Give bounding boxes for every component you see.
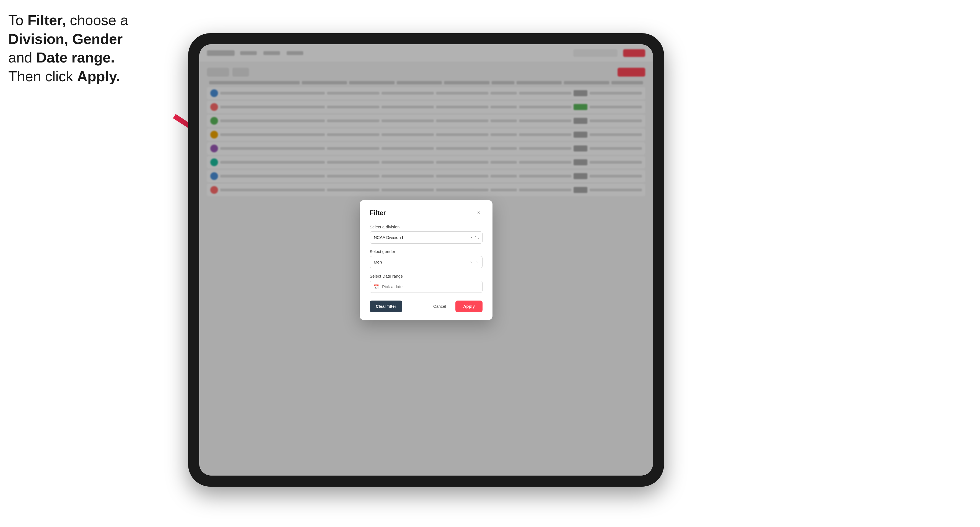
date-label: Select Date range [370, 274, 482, 278]
division-select-wrapper: NCAA Division I NCAA Division II NCAA Di… [370, 232, 482, 244]
filter-modal: Filter × Select a division NCAA Division… [360, 200, 493, 320]
tablet-frame: Filter × Select a division NCAA Division… [188, 33, 664, 487]
tablet-screen: Filter × Select a division NCAA Division… [199, 44, 653, 476]
division-select[interactable]: NCAA Division I NCAA Division II NCAA Di… [370, 232, 482, 244]
division-clear-icon[interactable]: × [470, 235, 473, 240]
modal-title: Filter [370, 209, 386, 217]
instruction-text: To Filter, choose a Division, Gender and… [8, 11, 169, 86]
clear-filter-button[interactable]: Clear filter [370, 300, 402, 312]
instruction-apply: Apply. [77, 68, 120, 84]
instruction-division: Division, Gender [8, 31, 123, 47]
instruction-daterange: Date range. [36, 49, 115, 65]
division-label: Select a division [370, 224, 482, 229]
modal-close-button[interactable]: × [475, 209, 482, 217]
instruction-prefix: To [8, 12, 27, 28]
gender-label: Select gender [370, 249, 482, 254]
instruction-filter: Filter, [27, 12, 66, 28]
gender-select-wrapper: Men Women × ⌃⌄ [370, 256, 482, 268]
gender-form-group: Select gender Men Women × ⌃⌄ [370, 249, 482, 268]
date-input-wrapper: 📅 [370, 281, 482, 293]
gender-clear-icon[interactable]: × [470, 260, 473, 264]
cancel-button[interactable]: Cancel [427, 300, 452, 312]
apply-button[interactable]: Apply [455, 300, 482, 312]
gender-select[interactable]: Men Women [370, 256, 482, 268]
date-range-input[interactable] [370, 281, 482, 293]
modal-overlay: Filter × Select a division NCAA Division… [199, 44, 653, 476]
modal-footer-right: Cancel Apply [427, 300, 482, 312]
date-form-group: Select Date range 📅 [370, 274, 482, 293]
modal-footer: Clear filter Cancel Apply [370, 300, 482, 312]
division-form-group: Select a division NCAA Division I NCAA D… [370, 224, 482, 244]
modal-header: Filter × [370, 209, 482, 217]
